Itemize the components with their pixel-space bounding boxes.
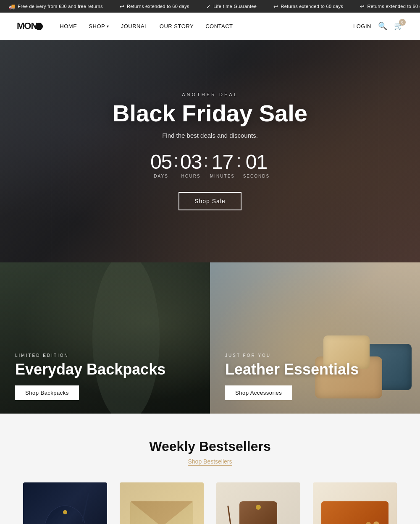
person-decoration xyxy=(84,262,168,414)
nav-contact[interactable]: CONTACT xyxy=(205,23,233,29)
hero-content: ANOTHER DEAL Black Friday Sale Find the … xyxy=(113,92,307,210)
nav-shop[interactable]: SHOP xyxy=(89,23,109,29)
nav-journal[interactable]: JOURNAL xyxy=(121,23,148,29)
check-icon: ✓ xyxy=(206,3,211,10)
split-panel-backpacks: LIMITED EDITION Everyday Backpacks Shop … xyxy=(0,262,210,414)
product-image-1 xyxy=(23,482,107,524)
split-right-eyebrow: JUST FOR YOU xyxy=(225,353,405,358)
split-left-eyebrow: LIMITED EDITION xyxy=(15,353,195,358)
login-link[interactable]: LOGIN xyxy=(353,23,371,29)
announcement-bar: 🚚 Free delivery from £30 and free return… xyxy=(0,0,420,13)
announcement-item: ✓ Life-time Guarantee xyxy=(198,3,265,10)
products-grid xyxy=(17,482,403,524)
countdown: 05 DAYS : 03 HOURS : 17 MINUTES : 01 SEC… xyxy=(113,151,307,178)
announcement-item: ↩ Returns extended to 60 days xyxy=(265,3,352,10)
header-actions: LOGIN 🔍 🛒 0 xyxy=(353,21,403,31)
product-image-2 xyxy=(120,482,204,524)
product-image-4 xyxy=(313,482,397,524)
truck-icon: 🚚 xyxy=(8,3,15,10)
returns-icon: ↩ xyxy=(273,3,278,10)
countdown-days: 05 DAYS xyxy=(150,152,172,178)
countdown-sep: : xyxy=(236,151,242,178)
main-nav: HOME SHOP JOURNAL OUR STORY CONTACT xyxy=(60,23,353,29)
nav-home[interactable]: HOME xyxy=(60,23,77,29)
product-image-3 xyxy=(216,482,300,524)
search-icon: 🔍 xyxy=(378,21,387,31)
hero-eyebrow: ANOTHER DEAL xyxy=(113,92,307,97)
logo-circle xyxy=(35,23,43,30)
returns-icon: ↩ xyxy=(360,3,365,10)
hero-cta-button[interactable]: Shop Sale xyxy=(178,192,242,210)
hero-subtitle: Find the best deals and discounts. xyxy=(113,132,307,139)
announcement-item: ↩ Returns extended to 60 days xyxy=(111,3,198,10)
split-left-title: Everyday Backpacks xyxy=(15,361,195,378)
split-panel-accessories: JUST FOR YOU Leather Essentials Shop Acc… xyxy=(210,262,420,414)
hero-title: Black Friday Sale xyxy=(113,101,307,126)
product-card-3[interactable] xyxy=(214,482,302,524)
nav-our-story[interactable]: OUR STORY xyxy=(160,23,194,29)
bestsellers-title: Weekly Bestsellers xyxy=(17,439,403,454)
countdown-sep: : xyxy=(203,151,208,178)
countdown-sep: : xyxy=(173,151,178,178)
header: MON HOME SHOP JOURNAL OUR STORY CONTACT … xyxy=(0,13,420,40)
product-card-4[interactable] xyxy=(311,482,399,524)
cart-badge: 0 xyxy=(399,19,406,26)
shop-backpacks-button[interactable]: Shop Backpacks xyxy=(15,385,79,400)
countdown-seconds: 01 SECONDS xyxy=(243,152,270,178)
bestsellers-link[interactable]: Shop Bestsellers xyxy=(188,458,232,466)
logo[interactable]: MON xyxy=(17,21,43,31)
hero-section: ANOTHER DEAL Black Friday Sale Find the … xyxy=(0,40,420,262)
countdown-minutes: 17 MINUTES xyxy=(210,152,235,178)
product-card-2[interactable] xyxy=(118,482,206,524)
product-card-1[interactable] xyxy=(21,482,109,524)
shop-accessories-button[interactable]: Shop Accessories xyxy=(225,385,292,400)
announcement-item: ↩ Returns extended to 60 days xyxy=(352,3,420,10)
split-section: LIMITED EDITION Everyday Backpacks Shop … xyxy=(0,262,420,414)
cart-button[interactable]: 🛒 0 xyxy=(394,21,403,31)
split-right-title: Leather Essentials xyxy=(225,361,405,378)
search-button[interactable]: 🔍 xyxy=(378,21,387,31)
bestsellers-section: Weekly Bestsellers Shop Bestsellers xyxy=(0,414,420,524)
countdown-hours: 03 HOURS xyxy=(180,152,202,178)
returns-icon: ↩ xyxy=(120,3,124,10)
announcement-item: 🚚 Free delivery from £30 and free return… xyxy=(0,3,111,10)
